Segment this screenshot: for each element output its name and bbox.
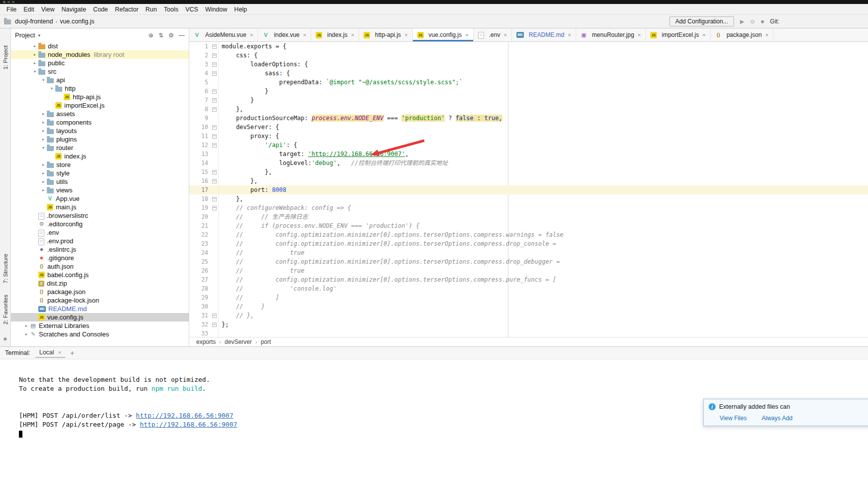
code-line[interactable]: 19 // configureWebpack: config => {	[189, 203, 868, 212]
code-line[interactable]: 7 }	[189, 96, 868, 105]
tree-item[interactable]: ▸plugins	[11, 135, 189, 144]
tool-window-favorites-button[interactable]: 2: Favorites	[2, 295, 8, 324]
tree-item[interactable]: ▸style	[11, 169, 189, 177]
code-line[interactable]: 30 // }	[189, 302, 868, 311]
tree-item[interactable]: ▸public	[11, 59, 189, 67]
chevron-collapsed-icon[interactable]: ▸	[31, 52, 38, 57]
settings-gear-icon[interactable]: ⚙	[168, 32, 174, 39]
menu-item-navigate[interactable]: Navigate	[58, 5, 90, 13]
chevron-expanded-icon[interactable]: ▾	[48, 86, 55, 91]
tree-item[interactable]: ▸▤External Libraries	[11, 321, 189, 330]
editor-tab[interactable]: VAsideMenu.vue×	[189, 28, 258, 41]
code-line[interactable]: 6 }	[189, 87, 868, 96]
chevron-down-icon[interactable]: ▾	[38, 33, 40, 38]
menu-item-tools[interactable]: Tools	[160, 5, 182, 13]
tree-item[interactable]: ▸node_moduleslibrary root	[11, 50, 189, 59]
close-icon[interactable]: ×	[250, 32, 253, 38]
code-line[interactable]: 8 },	[189, 105, 868, 114]
code-line[interactable]: 4 sass: {	[189, 69, 868, 78]
tree-item[interactable]: JShttp-api.js	[11, 93, 189, 101]
editor-tab[interactable]: {}package.json×	[711, 28, 773, 41]
tree-item[interactable]: ◆.eslintrc.js	[11, 245, 189, 254]
menu-item-run[interactable]: Run	[142, 5, 160, 13]
code-line[interactable]: 25 // config.optimization.minimizer[0].o…	[189, 257, 868, 266]
editor-tab[interactable]: JShttp-api.js×	[359, 28, 412, 41]
code-line[interactable]: 9 productionSourceMap: process.env.NODE_…	[189, 114, 868, 123]
tree-item[interactable]: {}package-lock.json	[11, 296, 189, 305]
code-line[interactable]: 28 // 'console.log'	[189, 284, 868, 293]
close-icon[interactable]: ×	[568, 32, 571, 38]
tree-item[interactable]: ▾router	[11, 144, 189, 152]
project-panel-title[interactable]: Project	[15, 31, 35, 39]
menu-item-file[interactable]: File	[3, 5, 20, 13]
fold-marker[interactable]	[210, 203, 218, 212]
code-line[interactable]: 16 },	[189, 176, 868, 185]
code-line[interactable]: 18 },	[189, 194, 868, 203]
breadcrumb-item[interactable]: devServer	[225, 338, 252, 345]
chevron-collapsed-icon[interactable]: ▸	[40, 179, 47, 184]
tree-item[interactable]: Zdist.zip	[11, 279, 189, 288]
breadcrumb-item[interactable]: port	[260, 338, 271, 345]
tool-window-structure-button[interactable]: 7: Structure	[2, 254, 8, 283]
close-icon[interactable]: ×	[503, 32, 506, 38]
breadcrumb-project[interactable]: duoji-frontend	[15, 18, 53, 25]
chevron-collapsed-icon[interactable]: ▸	[31, 44, 38, 48]
menu-item-refactor[interactable]: Refactor	[112, 5, 142, 13]
code-line[interactable]: 23 // config.optimization.minimizer[0].o…	[189, 239, 868, 248]
view-files-link[interactable]: View Files	[720, 415, 746, 422]
run-icon[interactable]: ▶	[740, 18, 744, 25]
fold-marker[interactable]	[210, 176, 218, 185]
code-line[interactable]: 10 devServer: {	[189, 123, 868, 132]
new-terminal-icon[interactable]: +	[70, 349, 74, 357]
terminal-tab-local[interactable]: Local ×	[35, 348, 65, 358]
chevron-collapsed-icon[interactable]: ▸	[31, 61, 38, 65]
code-line[interactable]: 5 prependData: `@import "~@/assets/scss/…	[189, 78, 868, 87]
git-label[interactable]: Git:	[770, 18, 779, 25]
fold-marker[interactable]	[210, 51, 218, 60]
tree-item[interactable]: .env.prod	[11, 237, 189, 245]
terminal-link[interactable]: http://192.168.66.56:9007	[140, 421, 238, 428]
tree-item[interactable]: ▸utils	[11, 177, 189, 186]
editor-tab[interactable]: JSvue.config.js×	[413, 28, 474, 41]
code-line[interactable]: 1module.exports = {	[189, 42, 868, 51]
close-icon[interactable]: ×	[58, 349, 61, 355]
code-line[interactable]: 32};	[189, 320, 868, 329]
fold-marker[interactable]	[210, 42, 218, 51]
tree-item[interactable]: JSindex.js	[11, 152, 189, 160]
tree-item[interactable]: ▸components	[11, 118, 189, 127]
terminal-link[interactable]: http://192.168.66.56:9007	[136, 412, 234, 419]
tree-item[interactable]: ▾api	[11, 76, 189, 84]
tree-item[interactable]: ▸✎Scratches and Consoles	[11, 330, 189, 338]
code-line[interactable]: 12 '/api': {	[189, 141, 868, 150]
editor-tab[interactable]: MDREADME.md×	[512, 28, 576, 41]
always-add-link[interactable]: Always Add	[761, 415, 792, 422]
code-line[interactable]: 29 // ]	[189, 293, 868, 302]
locate-icon[interactable]: ⊕	[148, 32, 153, 39]
code-line[interactable]: 20 // // 生产去除日志	[189, 212, 868, 221]
code-line[interactable]: 33	[189, 329, 868, 337]
tree-item[interactable]: ▸layouts	[11, 127, 189, 135]
chevron-expanded-icon[interactable]: ▾	[40, 78, 47, 82]
tree-item[interactable]: ▸dist	[11, 42, 189, 50]
chevron-expanded-icon[interactable]: ▾	[40, 146, 47, 150]
tree-item[interactable]: JSbabel.config.js	[11, 271, 189, 279]
tree-item[interactable]: ▾http	[11, 84, 189, 93]
tree-item[interactable]: JSvue.config.js	[11, 313, 189, 321]
chevron-collapsed-icon[interactable]: ▸	[40, 129, 47, 133]
close-icon[interactable]: ×	[303, 32, 306, 38]
code-line[interactable]: 24 // true	[189, 248, 868, 257]
chevron-collapsed-icon[interactable]: ▸	[40, 137, 47, 142]
stop-icon[interactable]: ■	[761, 18, 764, 24]
code-line[interactable]: 13 target: 'http://192.168.66.56:9007',	[189, 150, 868, 159]
code-line[interactable]: 2 css: {	[189, 51, 868, 60]
tree-item[interactable]: .browserslistrc	[11, 211, 189, 220]
fold-marker[interactable]	[210, 87, 218, 96]
tree-item[interactable]: JSmain.js	[11, 203, 189, 211]
menu-item-vcs[interactable]: VCS	[182, 5, 202, 13]
debug-icon[interactable]: ⊙	[750, 18, 754, 25]
tree-item[interactable]: .env	[11, 228, 189, 237]
close-icon[interactable]: ×	[351, 32, 354, 38]
fold-marker[interactable]	[210, 167, 218, 176]
code-line[interactable]: 11 proxy: {	[189, 132, 868, 141]
chevron-collapsed-icon[interactable]: ▸	[40, 112, 47, 116]
